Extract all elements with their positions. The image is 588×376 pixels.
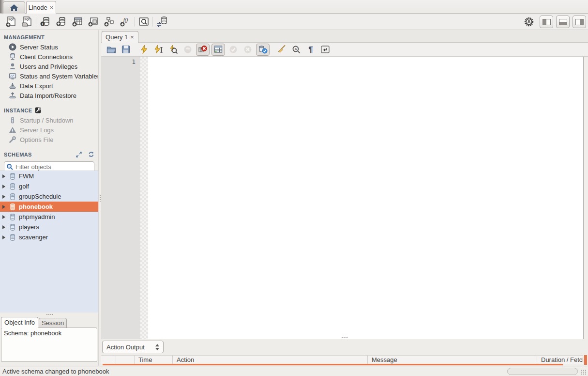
create-view-icon: [88, 16, 99, 28]
editor-vertical-scrollbar[interactable]: [584, 57, 588, 364]
mysql-workbench-window: Linode × SQL SQL i: [0, 0, 588, 376]
rollback-button[interactable]: [241, 44, 255, 56]
data-import-icon: [9, 92, 16, 99]
editor-output-splitter[interactable]: [101, 335, 588, 339]
sidebar-item-data-export[interactable]: Data Export: [0, 81, 98, 91]
schema-name: scavenger: [19, 234, 48, 241]
expander-icon[interactable]: [2, 174, 5, 178]
open-folder-icon: [106, 45, 116, 54]
svg-text:A: A: [294, 47, 297, 51]
sidebar-item-client-connections[interactable]: Client Connections: [0, 52, 98, 62]
sidebar-item-server-logs[interactable]: Server Logs: [0, 125, 98, 135]
svg-text:i: i: [42, 22, 43, 26]
close-icon[interactable]: ×: [130, 34, 135, 40]
schema-db-icon: [9, 234, 16, 241]
sql-code-editor[interactable]: 1: [101, 57, 584, 364]
save-button[interactable]: [119, 44, 133, 56]
explain-icon: [168, 45, 178, 54]
expander-icon[interactable]: [2, 195, 5, 199]
create-table-icon: [72, 16, 83, 28]
execute-current-button[interactable]: [151, 44, 166, 56]
expander-icon[interactable]: [2, 215, 5, 219]
autocommit-icon: [258, 45, 268, 54]
preferences-button[interactable]: [521, 16, 537, 28]
line-number-gutter: 1: [101, 57, 140, 360]
create-schema-button[interactable]: [53, 16, 69, 28]
column-header-action[interactable]: Action: [173, 356, 368, 364]
schema-row-golf[interactable]: golf: [0, 181, 98, 191]
execute-button[interactable]: [137, 44, 151, 56]
column-header-time[interactable]: Time: [135, 356, 173, 364]
home-tab[interactable]: [3, 1, 25, 14]
create-procedure-icon: [104, 16, 115, 28]
reconnect-dbms-button[interactable]: [154, 16, 170, 28]
client-connections-icon: [9, 53, 16, 61]
create-table-button[interactable]: [69, 16, 85, 28]
sidebar-item-startup-shutdown[interactable]: Startup / Shutdown: [0, 115, 98, 125]
resize-grip[interactable]: [581, 369, 587, 375]
sidebar-item-system-variables[interactable]: Status and System Variables: [0, 71, 98, 81]
expand-schemas-icon[interactable]: [76, 152, 82, 157]
sidebar-item-label: Client Connections: [20, 53, 73, 61]
sidebar-bottom-tabs: Session Object Info: [0, 316, 98, 328]
instance-section-title: INSTANCE: [0, 100, 98, 115]
create-view-button[interactable]: [85, 16, 101, 28]
column-header-message[interactable]: Message: [368, 356, 537, 364]
sidebar-item-users-privileges[interactable]: Users and Privileges: [0, 62, 98, 71]
server-logs-icon: [9, 126, 16, 134]
refresh-schemas-icon[interactable]: [88, 151, 94, 157]
sidebar-item-data-import[interactable]: Data Import/Restore: [0, 91, 98, 100]
object-info-text: Schema: phonebook: [4, 329, 61, 337]
column-header-duration[interactable]: Duration / Fetch: [537, 356, 583, 364]
expander-icon[interactable]: [2, 185, 5, 188]
find-button[interactable]: A: [289, 44, 303, 56]
tab-query-1[interactable]: Query 1 ×: [102, 31, 138, 43]
toggle-invisible-chars-button[interactable]: ¶: [303, 44, 318, 56]
commit-button[interactable]: [226, 44, 241, 56]
connection-tab-linode[interactable]: Linode ×: [26, 1, 56, 14]
right-panel-icon: [575, 19, 584, 25]
column-header-index[interactable]: [116, 356, 135, 364]
explain-button[interactable]: [166, 44, 181, 56]
schema-row-scavenger[interactable]: scavenger: [0, 232, 98, 242]
toggle-stop-on-error-button[interactable]: [196, 44, 210, 56]
toggle-result-grid-button[interactable]: [211, 44, 225, 56]
expander-icon[interactable]: [2, 205, 5, 209]
sidebar-horizontal-splitter[interactable]: [0, 313, 98, 316]
toggle-autocommit-button[interactable]: [256, 44, 270, 56]
stop-button[interactable]: [181, 44, 195, 56]
expander-icon[interactable]: [2, 235, 5, 239]
output-type-select[interactable]: Action Output: [102, 341, 164, 353]
toggle-left-panel-button[interactable]: [540, 16, 553, 28]
toggle-right-panel-button[interactable]: [573, 16, 586, 28]
close-icon[interactable]: ×: [49, 4, 54, 11]
column-header-status[interactable]: [101, 356, 116, 364]
schema-filter-input[interactable]: [15, 163, 101, 171]
create-function-button[interactable]: f(): [117, 16, 133, 28]
expander-icon[interactable]: [2, 225, 5, 229]
toggle-bottom-panel-button[interactable]: [556, 16, 570, 28]
schema-row-fwm[interactable]: FWM: [0, 171, 98, 181]
beautify-button[interactable]: [274, 44, 289, 56]
sidebar-item-server-status[interactable]: Server Status: [0, 42, 98, 52]
schema-row-phpmyadmin[interactable]: phpmyadmin: [0, 212, 98, 222]
schema-row-phonebook[interactable]: phonebook: [0, 202, 98, 212]
tab-session[interactable]: Session: [39, 318, 67, 328]
new-sql-tab-button[interactable]: SQL: [3, 16, 19, 28]
tab-object-info[interactable]: Object Info: [1, 317, 38, 328]
schema-row-groupschedule[interactable]: groupSchedule: [0, 191, 98, 202]
search-data-button[interactable]: [136, 16, 151, 28]
schema-row-players[interactable]: players: [0, 222, 98, 232]
schemas-section-title: SCHEMAS: [0, 144, 98, 159]
create-procedure-button[interactable]: [101, 16, 117, 28]
open-file-button[interactable]: [104, 44, 119, 56]
schema-inspector-button[interactable]: i: [37, 16, 53, 28]
status-bar: Active schema changed to phonebook: [0, 366, 588, 376]
output-vertical-scrollbar[interactable]: [584, 355, 587, 365]
sidebar-item-label: Options File: [20, 136, 53, 143]
home-icon: [10, 4, 18, 12]
sidebar-item-options-file[interactable]: Options File: [0, 135, 98, 144]
open-sql-script-button[interactable]: SQL: [19, 16, 35, 28]
schema-name: phpmyadmin: [19, 213, 55, 220]
toggle-word-wrap-button[interactable]: [318, 44, 332, 56]
